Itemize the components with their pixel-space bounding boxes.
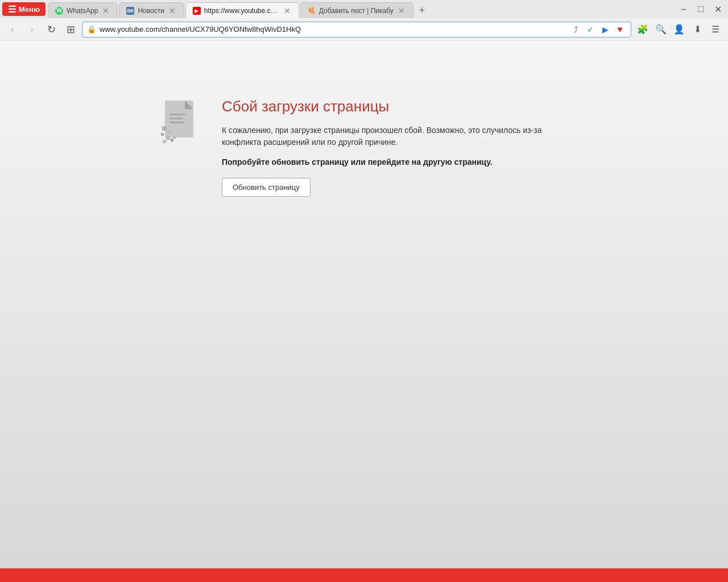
address-bar-actions: ⤴ ✓ ▶ ♥ (569, 23, 626, 36)
tab-vk[interactable]: ВК Новости ✕ (119, 2, 184, 18)
pikabo-favicon-icon: 🍕 (308, 7, 316, 15)
whatsapp-favicon-icon: W (55, 7, 63, 15)
tab-whatsapp-label: WhatsApp (67, 7, 98, 15)
broken-document-icon (159, 98, 205, 149)
profile-icon[interactable]: 👤 (671, 22, 687, 38)
tab-pikabo-close-icon[interactable]: ✕ (397, 6, 406, 15)
download-icon[interactable]: ⬇ (689, 22, 705, 38)
svg-rect-8 (173, 136, 176, 139)
address-input[interactable] (100, 25, 566, 34)
svg-rect-6 (171, 139, 173, 142)
svg-rect-2 (162, 126, 167, 131)
tab-whatsapp[interactable]: W WhatsApp ✕ (48, 2, 118, 18)
tab-vk-label: Новости (138, 7, 164, 15)
shield-icon[interactable]: ✓ (584, 23, 597, 36)
error-description: К сожалению, при загрузке страницы произ… (222, 124, 557, 148)
tab-vk-close-icon[interactable]: ✕ (168, 6, 177, 15)
forward-button[interactable]: › (24, 22, 40, 38)
tab-youtube-close-icon[interactable]: ✕ (283, 6, 292, 15)
address-bar-row: ‹ › ↻ ⊞ 🔒 ⤴ ✓ ▶ ♥ 🧩 🔍 👤 ⬇ ☰ (0, 18, 728, 41)
tab-whatsapp-close-icon[interactable]: ✕ (101, 6, 110, 15)
maximize-button[interactable]: □ (693, 1, 709, 17)
youtube-favicon-icon: ▶ (193, 7, 201, 15)
svg-rect-5 (166, 136, 170, 140)
vk-favicon-icon: ВК (126, 7, 134, 15)
toolbar-right: 🧩 🔍 👤 ⬇ ☰ (635, 22, 723, 38)
new-tab-button[interactable]: + (415, 2, 430, 18)
page-content: Сбой загрузки страницы К сожалению, при … (0, 41, 728, 568)
reload-button[interactable]: ↻ (43, 22, 59, 38)
tabs-container: W WhatsApp ✕ ВК Новости ✕ ▶ https://www.… (48, 0, 671, 18)
browser-frame: ☰ Меню W WhatsApp ✕ ВК Новости ✕ (0, 0, 728, 582)
error-suggestion: Попробуйте обновить страницу или перейди… (222, 157, 557, 167)
extensions-icon[interactable]: 🧩 (635, 22, 651, 38)
error-container: Сбой загрузки страницы К сожалению, при … (159, 98, 557, 197)
search-icon[interactable]: 🔍 (653, 22, 669, 38)
svg-rect-3 (167, 131, 171, 134)
svg-rect-10 (169, 118, 182, 119)
minimize-button[interactable]: – (676, 1, 692, 17)
heart-icon[interactable]: ♥ (614, 23, 626, 36)
svg-rect-9 (169, 114, 185, 115)
error-title: Сбой загрузки страницы (222, 98, 557, 115)
hamburger-menu-icon[interactable]: ☰ (708, 22, 723, 38)
send-icon[interactable]: ▶ (599, 23, 611, 36)
address-bar[interactable]: 🔒 ⤴ ✓ ▶ ♥ (82, 22, 631, 38)
refresh-button[interactable]: Обновить страницу (222, 178, 311, 197)
back-button[interactable]: ‹ (5, 22, 20, 38)
window-controls: – □ ✕ (676, 1, 726, 17)
svg-rect-7 (163, 140, 166, 143)
close-button[interactable]: ✕ (710, 1, 726, 17)
error-content: Сбой загрузки страницы К сожалению, при … (222, 98, 557, 197)
bottom-bar (0, 568, 728, 582)
tab-overview-button[interactable]: ⊞ (63, 22, 78, 38)
menu-label: Меню (19, 5, 40, 14)
tab-pikabo-label: Добавить пост | Пикабу (319, 7, 394, 15)
lock-icon: 🔒 (87, 25, 96, 34)
menu-button[interactable]: ☰ Меню (2, 2, 46, 16)
title-bar: ☰ Меню W WhatsApp ✕ ВК Новости ✕ (0, 0, 728, 18)
svg-rect-4 (161, 133, 164, 136)
tab-youtube[interactable]: ▶ https://www.youtube.com/... ✕ (185, 2, 299, 18)
share-icon[interactable]: ⤴ (569, 23, 582, 36)
tab-pikabo[interactable]: 🍕 Добавить пост | Пикабу ✕ (300, 2, 413, 18)
tab-youtube-label: https://www.youtube.com/... (204, 7, 279, 15)
svg-rect-11 (169, 122, 184, 123)
